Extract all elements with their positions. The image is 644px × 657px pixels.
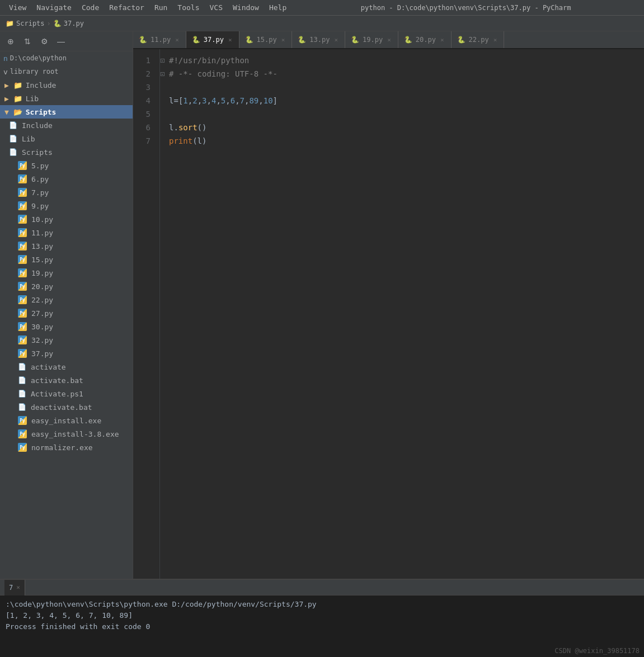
tab-20-py[interactable]: 🐍20.py×: [398, 31, 452, 48]
tab-19-py[interactable]: 🐍19.py×: [345, 31, 398, 48]
sidebar-item-27-py[interactable]: Py27.py: [0, 306, 133, 320]
sidebar-library-root[interactable]: v library root: [0, 65, 133, 78]
terminal-content[interactable]: :\code\python\venv\Scripts\python.exe D:…: [0, 595, 644, 657]
sidebar-item-15-py[interactable]: Py15.py: [0, 253, 133, 266]
sidebar-root-path[interactable]: n D:\code\python: [0, 51, 133, 65]
breadcrumb-scripts[interactable]: 📁 Scripts: [6, 20, 45, 27]
sidebar-item-10-py[interactable]: Py10.py: [0, 212, 133, 226]
code-line-4[interactable]: l=[1,2,3,4,5,6,7,89,10]: [169, 94, 644, 107]
sidebar-item-activate[interactable]: 📄activate: [0, 360, 133, 374]
sidebar-item-activate-bat[interactable]: 📄activate.bat: [0, 374, 133, 387]
scripts-children: 📄Include📄Lib📄ScriptsPy5.pyPy6.pyPy7.pyPy…: [0, 119, 133, 454]
sidebar-item-Lib[interactable]: 📄Lib: [0, 132, 133, 145]
comment-icon: ⊡: [160, 67, 164, 81]
code-line-3[interactable]: [169, 81, 644, 94]
sidebar-item-5-py[interactable]: Py5.py: [0, 159, 133, 172]
file-icon: 📄: [18, 376, 26, 384]
sidebar-item-37-py[interactable]: Py37.py: [0, 347, 133, 360]
menu-tools[interactable]: Tools: [173, 2, 204, 13]
menu-help[interactable]: Help: [265, 2, 291, 13]
py-file-icon: Py: [18, 349, 27, 358]
file-icon: 📄: [9, 121, 17, 129]
code-editor[interactable]: 1234567 ⊡#!/usr/bin/python⊡# -*- coding:…: [133, 49, 644, 579]
menu-window[interactable]: Window: [228, 2, 264, 13]
tab-close[interactable]: ×: [333, 36, 339, 44]
sidebar-item-deactivate-bat[interactable]: 📄deactivate.bat: [0, 400, 133, 414]
sidebar-item-Include[interactable]: 📄Include: [0, 119, 133, 132]
sidebar-item-normalizer-exe[interactable]: Pynormalizer.exe: [0, 441, 133, 454]
tab-37-py[interactable]: 🐍37.py×: [186, 31, 239, 48]
sidebar-item-19-py[interactable]: Py19.py: [0, 266, 133, 280]
tab-22-py[interactable]: 🐍22.py×: [452, 31, 505, 48]
python-tab-icon: 🐍: [139, 36, 147, 44]
sidebar-item-easy_install-3-8.exe[interactable]: Pyeasy_install-3.8.exe: [0, 427, 133, 441]
sidebar-item-easy_install-exe[interactable]: Pyeasy_install.exe: [0, 414, 133, 427]
code-line-2[interactable]: ⊡# -*- coding: UTF-8 -*-: [169, 67, 644, 81]
sidebar-item-6-py[interactable]: Py6.py: [0, 172, 133, 186]
terminal-command: :\code\python\venv\Scripts\python.exe D:…: [6, 599, 638, 610]
sidebar-item-22-py[interactable]: Py22.py: [0, 293, 133, 306]
py-file-icon: Py: [18, 335, 27, 344]
tab-close[interactable]: ×: [492, 36, 499, 44]
sidebar-item-30-py[interactable]: Py30.py: [0, 320, 133, 333]
menu-code[interactable]: Code: [77, 2, 104, 13]
breadcrumb-file[interactable]: 🐍 37.py: [53, 20, 84, 27]
line-numbers: 1234567: [133, 49, 160, 579]
sidebar-item-7-py[interactable]: Py7.py: [0, 186, 133, 199]
file-icon: 📄: [18, 390, 26, 398]
toolbar-minimize-button[interactable]: —: [54, 34, 68, 49]
tab-bar-scroll: 🐍11.py×🐍37.py×🐍15.py×🐍13.py×🐍19.py×🐍20.p…: [133, 31, 644, 48]
terminal-tab-bar: 7 ×: [0, 580, 644, 595]
code-line-1[interactable]: ⊡#!/usr/bin/python: [169, 54, 644, 67]
line-number-4: 4: [133, 94, 155, 107]
menu-run[interactable]: Run: [150, 2, 172, 13]
tab-close[interactable]: ×: [227, 36, 233, 44]
sidebar-item-lib[interactable]: ▶ 📁 Lib: [0, 92, 133, 105]
line-number-5: 5: [133, 107, 155, 121]
menu-view[interactable]: View: [4, 2, 31, 13]
sidebar-item-13-py[interactable]: Py13.py: [0, 239, 133, 253]
sidebar-item-Activate-ps1[interactable]: 📄Activate.ps1: [0, 387, 133, 400]
sidebar-item-20-py[interactable]: Py20.py: [0, 280, 133, 293]
tab-close[interactable]: ×: [386, 36, 392, 44]
line-number-6: 6: [133, 121, 155, 134]
py-file-icon: Py: [18, 295, 27, 304]
exe-file-icon: Py: [18, 443, 27, 452]
code-lines[interactable]: ⊡#!/usr/bin/python⊡# -*- coding: UTF-8 -…: [160, 49, 644, 579]
toolbar-collapse-button[interactable]: ⇅: [20, 34, 35, 49]
python-tab-icon: 🐍: [404, 36, 412, 44]
tab-11-py[interactable]: 🐍11.py×: [133, 31, 186, 48]
sidebar-item-9-py[interactable]: Py9.py: [0, 199, 133, 212]
folder-include-icon: ▶ 📁: [4, 81, 22, 89]
py-file-icon: Py: [18, 255, 27, 264]
file-icon: 📄: [9, 135, 17, 143]
sidebar-item-32-py[interactable]: Py32.py: [0, 333, 133, 347]
file-icon: 📄: [18, 363, 26, 371]
code-line-7[interactable]: print(l): [169, 134, 644, 148]
tab-13-py[interactable]: 🐍13.py×: [292, 31, 345, 48]
code-line-6[interactable]: l.sort(): [169, 121, 644, 134]
toolbar-settings-button[interactable]: ⚙: [37, 34, 51, 49]
py-file-icon: Py: [18, 282, 27, 291]
exe-file-icon: Py: [18, 429, 27, 438]
folder-lib-icon: ▶ 📁: [4, 94, 22, 103]
tab-close[interactable]: ×: [439, 36, 445, 44]
menu-refactor[interactable]: Refactor: [105, 2, 149, 13]
terminal-close-button[interactable]: ×: [16, 584, 20, 591]
terminal-status: Process finished with exit code 0: [6, 621, 638, 632]
toolbar-add-button[interactable]: ⊕: [3, 34, 18, 49]
menu-vcs[interactable]: VCS: [205, 2, 227, 13]
tab-close[interactable]: ×: [174, 36, 180, 44]
breadcrumb-bar: 📁 Scripts › 🐍 37.py: [0, 16, 644, 31]
tab-close[interactable]: ×: [280, 36, 286, 44]
sidebar-item-11-py[interactable]: Py11.py: [0, 226, 133, 239]
sidebar-item-Scripts[interactable]: 📄Scripts: [0, 145, 133, 159]
tab-15-py[interactable]: 🐍15.py×: [239, 31, 293, 48]
line-number-2: 2: [133, 67, 155, 81]
terminal-tab-7[interactable]: 7 ×: [4, 580, 25, 595]
python-tab-icon: 🐍: [351, 36, 359, 44]
sidebar-item-scripts[interactable]: ▼ 📂 Scripts: [0, 105, 133, 119]
sidebar-item-include[interactable]: ▶ 📁 Include: [0, 78, 133, 92]
menu-navigate[interactable]: Navigate: [32, 2, 76, 13]
code-line-5[interactable]: [169, 107, 644, 121]
